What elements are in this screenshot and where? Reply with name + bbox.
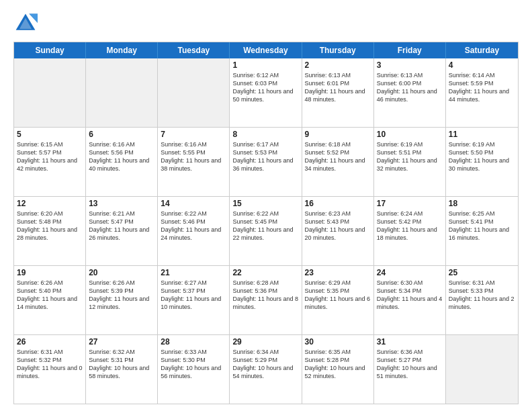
weekday-header-saturday: Saturday: [446, 42, 518, 58]
day-number: 9: [305, 130, 371, 139]
day-number: 2: [305, 60, 371, 70]
day-number: 27: [89, 337, 154, 347]
day-number: 4: [449, 60, 515, 70]
day-number: 10: [377, 130, 443, 139]
day-info: Sunrise: 6:16 AM Sunset: 5:55 PM Dayligh…: [161, 140, 226, 173]
weekday-header-wednesday: Wednesday: [230, 42, 302, 58]
cal-cell-4-1: 27Sunrise: 6:32 AM Sunset: 5:31 PM Dayli…: [86, 335, 158, 404]
day-number: 14: [161, 199, 226, 208]
day-info: Sunrise: 6:35 AM Sunset: 5:28 PM Dayligh…: [305, 348, 371, 381]
day-number: 17: [377, 199, 443, 208]
calendar-header: SundayMondayTuesdayWednesdayThursdayFrid…: [14, 42, 518, 58]
cal-cell-1-3: 8Sunrise: 6:17 AM Sunset: 5:53 PM Daylig…: [230, 128, 302, 196]
day-info: Sunrise: 6:28 AM Sunset: 5:36 PM Dayligh…: [232, 279, 298, 312]
weekday-header-thursday: Thursday: [302, 42, 374, 58]
day-info: Sunrise: 6:31 AM Sunset: 5:32 PM Dayligh…: [17, 348, 83, 381]
cal-cell-4-2: 28Sunrise: 6:33 AM Sunset: 5:30 PM Dayli…: [158, 335, 230, 404]
day-info: Sunrise: 6:19 AM Sunset: 5:50 PM Dayligh…: [449, 140, 515, 173]
day-number: 29: [232, 337, 298, 347]
day-number: 15: [232, 199, 298, 208]
day-number: 22: [232, 268, 298, 277]
page: SundayMondayTuesdayWednesdayThursdayFrid…: [0, 0, 532, 411]
day-info: Sunrise: 6:32 AM Sunset: 5:31 PM Dayligh…: [89, 348, 154, 381]
day-number: 7: [161, 130, 226, 139]
day-info: Sunrise: 6:25 AM Sunset: 5:41 PM Dayligh…: [449, 210, 515, 242]
day-number: 26: [17, 337, 83, 347]
day-number: 19: [17, 268, 83, 277]
cal-cell-3-6: 25Sunrise: 6:31 AM Sunset: 5:33 PM Dayli…: [446, 266, 518, 334]
day-number: 25: [449, 268, 515, 277]
calendar-row-3: 19Sunrise: 6:26 AM Sunset: 5:40 PM Dayli…: [14, 266, 518, 335]
weekday-header-friday: Friday: [374, 42, 446, 58]
header: [13, 11, 519, 35]
day-number: 30: [305, 337, 371, 347]
day-number: 23: [305, 268, 371, 277]
cal-cell-2-3: 15Sunrise: 6:22 AM Sunset: 5:45 PM Dayli…: [230, 197, 302, 265]
day-info: Sunrise: 6:17 AM Sunset: 5:53 PM Dayligh…: [232, 140, 298, 173]
day-info: Sunrise: 6:14 AM Sunset: 5:59 PM Dayligh…: [449, 71, 515, 104]
day-info: Sunrise: 6:18 AM Sunset: 5:52 PM Dayligh…: [305, 140, 371, 173]
cal-cell-0-4: 2Sunrise: 6:13 AM Sunset: 6:01 PM Daylig…: [302, 58, 374, 127]
day-number: 3: [377, 60, 443, 70]
day-info: Sunrise: 6:34 AM Sunset: 5:29 PM Dayligh…: [232, 348, 298, 381]
day-number: 5: [17, 130, 83, 139]
calendar-row-4: 26Sunrise: 6:31 AM Sunset: 5:32 PM Dayli…: [14, 335, 518, 404]
cal-cell-0-0: [14, 58, 86, 127]
day-info: Sunrise: 6:33 AM Sunset: 5:30 PM Dayligh…: [161, 348, 226, 381]
day-info: Sunrise: 6:20 AM Sunset: 5:48 PM Dayligh…: [17, 210, 83, 242]
day-info: Sunrise: 6:12 AM Sunset: 6:03 PM Dayligh…: [232, 71, 298, 104]
calendar: SundayMondayTuesdayWednesdayThursdayFrid…: [13, 42, 519, 404]
cal-cell-2-1: 13Sunrise: 6:21 AM Sunset: 5:47 PM Dayli…: [86, 197, 158, 265]
cal-cell-1-0: 5Sunrise: 6:15 AM Sunset: 5:57 PM Daylig…: [14, 128, 86, 196]
cal-cell-1-1: 6Sunrise: 6:16 AM Sunset: 5:56 PM Daylig…: [86, 128, 158, 196]
day-number: 24: [377, 268, 443, 277]
calendar-row-1: 5Sunrise: 6:15 AM Sunset: 5:57 PM Daylig…: [14, 128, 518, 197]
day-number: 12: [17, 199, 83, 208]
cal-cell-2-4: 16Sunrise: 6:23 AM Sunset: 5:43 PM Dayli…: [302, 197, 374, 265]
cal-cell-2-0: 12Sunrise: 6:20 AM Sunset: 5:48 PM Dayli…: [14, 197, 86, 265]
cal-cell-0-5: 3Sunrise: 6:13 AM Sunset: 6:00 PM Daylig…: [374, 58, 446, 127]
cal-cell-4-4: 30Sunrise: 6:35 AM Sunset: 5:28 PM Dayli…: [302, 335, 374, 404]
day-number: 31: [377, 337, 443, 347]
cal-cell-0-3: 1Sunrise: 6:12 AM Sunset: 6:03 PM Daylig…: [230, 58, 302, 127]
day-info: Sunrise: 6:19 AM Sunset: 5:51 PM Dayligh…: [377, 140, 443, 173]
day-info: Sunrise: 6:23 AM Sunset: 5:43 PM Dayligh…: [305, 210, 371, 242]
day-number: 1: [232, 60, 298, 70]
day-number: 6: [89, 130, 154, 139]
cal-cell-3-5: 24Sunrise: 6:30 AM Sunset: 5:34 PM Dayli…: [374, 266, 446, 334]
weekday-header-monday: Monday: [86, 42, 158, 58]
cal-cell-2-6: 18Sunrise: 6:25 AM Sunset: 5:41 PM Dayli…: [446, 197, 518, 265]
day-info: Sunrise: 6:13 AM Sunset: 6:00 PM Dayligh…: [377, 71, 443, 104]
calendar-body: 1Sunrise: 6:12 AM Sunset: 6:03 PM Daylig…: [14, 58, 518, 404]
day-number: 28: [161, 337, 226, 347]
cal-cell-4-5: 31Sunrise: 6:36 AM Sunset: 5:27 PM Dayli…: [374, 335, 446, 404]
day-info: Sunrise: 6:16 AM Sunset: 5:56 PM Dayligh…: [89, 140, 154, 173]
calendar-row-2: 12Sunrise: 6:20 AM Sunset: 5:48 PM Dayli…: [14, 197, 518, 266]
cal-cell-1-4: 9Sunrise: 6:18 AM Sunset: 5:52 PM Daylig…: [302, 128, 374, 196]
day-info: Sunrise: 6:31 AM Sunset: 5:33 PM Dayligh…: [449, 279, 515, 312]
day-info: Sunrise: 6:13 AM Sunset: 6:01 PM Dayligh…: [305, 71, 371, 104]
day-info: Sunrise: 6:24 AM Sunset: 5:42 PM Dayligh…: [377, 210, 443, 242]
day-info: Sunrise: 6:36 AM Sunset: 5:27 PM Dayligh…: [377, 348, 443, 381]
day-info: Sunrise: 6:30 AM Sunset: 5:34 PM Dayligh…: [377, 279, 443, 312]
day-info: Sunrise: 6:22 AM Sunset: 5:45 PM Dayligh…: [232, 210, 298, 242]
day-number: 18: [449, 199, 515, 208]
logo: [13, 11, 42, 35]
day-info: Sunrise: 6:21 AM Sunset: 5:47 PM Dayligh…: [89, 210, 154, 242]
cal-cell-3-3: 22Sunrise: 6:28 AM Sunset: 5:36 PM Dayli…: [230, 266, 302, 334]
cal-cell-4-3: 29Sunrise: 6:34 AM Sunset: 5:29 PM Dayli…: [230, 335, 302, 404]
weekday-header-sunday: Sunday: [14, 42, 86, 58]
logo-icon: [13, 11, 38, 35]
day-number: 16: [305, 199, 371, 208]
day-info: Sunrise: 6:15 AM Sunset: 5:57 PM Dayligh…: [17, 140, 83, 173]
cal-cell-1-6: 11Sunrise: 6:19 AM Sunset: 5:50 PM Dayli…: [446, 128, 518, 196]
cal-cell-2-5: 17Sunrise: 6:24 AM Sunset: 5:42 PM Dayli…: [374, 197, 446, 265]
weekday-header-tuesday: Tuesday: [158, 42, 230, 58]
day-info: Sunrise: 6:27 AM Sunset: 5:37 PM Dayligh…: [161, 279, 226, 312]
cal-cell-3-2: 21Sunrise: 6:27 AM Sunset: 5:37 PM Dayli…: [158, 266, 230, 334]
day-info: Sunrise: 6:22 AM Sunset: 5:46 PM Dayligh…: [161, 210, 226, 242]
day-number: 8: [232, 130, 298, 139]
cal-cell-3-0: 19Sunrise: 6:26 AM Sunset: 5:40 PM Dayli…: [14, 266, 86, 334]
cal-cell-1-5: 10Sunrise: 6:19 AM Sunset: 5:51 PM Dayli…: [374, 128, 446, 196]
day-info: Sunrise: 6:29 AM Sunset: 5:35 PM Dayligh…: [305, 279, 371, 312]
